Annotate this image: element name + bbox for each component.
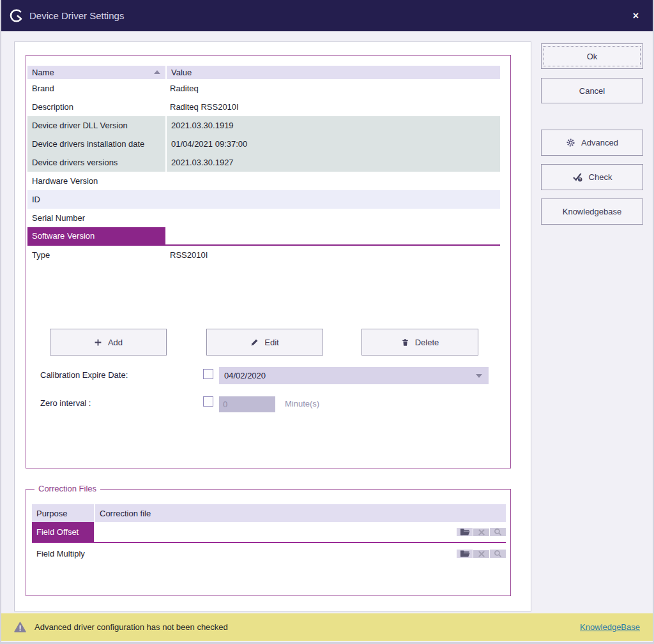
property-name: Software Version [27, 227, 165, 244]
add-button[interactable]: Add [50, 329, 167, 356]
knowledgebase-button-label: Knowledgebase [563, 207, 622, 216]
status-bar: Advanced driver configuration has not be… [1, 613, 653, 641]
correction-purpose: Field Multiply [32, 543, 94, 564]
property-value: Raditeq [165, 79, 500, 98]
view-file-button[interactable] [490, 550, 506, 558]
calibration-expire-label: Calibration Expire Date: [40, 370, 128, 380]
table-row[interactable]: Device drivers installation date 01/04/2… [27, 135, 500, 153]
table-row[interactable]: Serial Number [27, 209, 500, 227]
column-header-value[interactable]: Value [165, 66, 500, 79]
correction-row-actions [457, 543, 506, 564]
correction-table-header: Purpose Correction file [32, 504, 506, 522]
magnifier-icon [494, 550, 502, 558]
status-message: Advanced driver configuration has not be… [34, 622, 228, 632]
table-row-selected[interactable]: Software Version [27, 227, 500, 246]
check-button[interactable]: ? Check [541, 164, 643, 190]
clear-file-button[interactable] [473, 528, 489, 536]
table-row[interactable]: Type RSS2010I [27, 246, 500, 264]
browse-file-button[interactable] [457, 528, 473, 536]
edit-button-label: Edit [264, 338, 278, 347]
property-name: Device driver DLL Version [27, 116, 167, 135]
pencil-icon [250, 338, 259, 347]
zero-interval-input[interactable]: 0 [219, 396, 275, 412]
browse-file-button[interactable] [457, 550, 473, 558]
edit-button[interactable]: Edit [206, 329, 323, 356]
check-button-label: Check [589, 172, 612, 182]
column-header-purpose: Purpose [32, 504, 94, 522]
magnifier-icon [494, 528, 502, 536]
column-header-value-label: Value [171, 68, 192, 77]
knowledgebase-button[interactable]: Knowledgebase [541, 198, 643, 225]
plus-icon [94, 338, 102, 347]
calibration-date-dropdown[interactable]: 04/02/2020 [219, 367, 489, 384]
property-value [165, 190, 500, 209]
cancel-button-label: Cancel [579, 86, 605, 96]
table-row[interactable]: Brand Raditeq [27, 79, 500, 98]
window-title: Device Driver Settings [29, 10, 124, 21]
properties-table: Name Value Brand Raditeq Description Rad… [27, 66, 500, 264]
property-value: 2021.03.30.1919 [167, 116, 500, 135]
zero-interval-checkbox[interactable] [203, 396, 213, 407]
zero-interval-value: 0 [223, 400, 227, 409]
gear-icon [566, 138, 575, 147]
cancel-button[interactable]: Cancel [541, 78, 643, 103]
zero-interval-label: Zero interval : [40, 398, 91, 408]
x-icon [478, 528, 485, 536]
property-name: Brand [27, 79, 165, 98]
correction-row-actions [457, 522, 506, 542]
property-name: Type [27, 246, 165, 264]
table-row[interactable]: Hardware Version [27, 172, 500, 190]
property-name: Hardware Version [27, 172, 165, 190]
calibration-date-value: 04/02/2020 [224, 371, 266, 380]
property-value: 01/04/2021 09:37:00 [167, 135, 500, 153]
ok-button-label: Ok [587, 52, 598, 61]
property-name: Description [27, 98, 165, 116]
correction-file-value[interactable] [94, 543, 457, 564]
table-row[interactable]: ID [27, 190, 500, 209]
folder-open-icon [460, 528, 470, 536]
correction-row-selected[interactable]: Field Offset [32, 522, 506, 543]
delete-button-label: Delete [415, 338, 439, 347]
knowledgebase-link[interactable]: KnowledgeBase [580, 622, 640, 632]
correction-files-table: Purpose Correction file Field Offset [32, 504, 506, 564]
svg-text:?: ? [579, 177, 581, 181]
close-icon[interactable]: × [627, 9, 645, 23]
property-name: Serial Number [27, 209, 165, 227]
table-row[interactable]: Device driver DLL Version 2021.03.30.191… [27, 116, 500, 135]
correction-file-value[interactable] [94, 522, 457, 542]
correction-row[interactable]: Field Multiply [32, 543, 506, 564]
table-row[interactable]: Description Raditeq RSS2010I [27, 98, 500, 116]
properties-box: Name Value Brand Raditeq Description Rad… [26, 55, 511, 468]
calibration-expire-checkbox[interactable] [203, 369, 213, 379]
column-header-name[interactable]: Name [27, 66, 165, 79]
x-icon [478, 550, 485, 558]
add-button-label: Add [108, 338, 123, 347]
property-value [165, 209, 500, 227]
properties-table-header[interactable]: Name Value [27, 66, 500, 79]
table-row[interactable]: Device drivers versions 2021.03.30.1927 [27, 153, 500, 172]
warning-icon [14, 622, 26, 633]
column-header-name-label: Name [32, 68, 54, 77]
advanced-button[interactable]: Advanced [541, 130, 643, 156]
correction-files-group: Correction Files Purpose Correction file… [26, 489, 511, 596]
property-value: RSS2010I [165, 246, 500, 264]
property-name: Device drivers installation date [27, 135, 167, 153]
ok-button[interactable]: Ok [541, 43, 643, 69]
title-bar: Device Driver Settings × [1, 0, 653, 31]
trash-icon [401, 338, 409, 347]
device-driver-settings-dialog: Device Driver Settings × Name Value Bran… [0, 0, 654, 644]
property-value [165, 227, 500, 244]
delete-button[interactable]: Delete [361, 329, 478, 356]
view-file-button[interactable] [490, 528, 506, 536]
sort-ascending-icon [154, 70, 160, 74]
zero-interval-unit: Minute(s) [285, 399, 319, 408]
clear-file-button[interactable] [473, 550, 489, 558]
correction-purpose: Field Offset [32, 522, 94, 542]
chevron-down-icon [476, 374, 482, 378]
property-name: Device drivers versions [27, 153, 167, 172]
correction-files-legend: Correction Files [34, 484, 100, 493]
check-question-icon: ? [572, 172, 583, 182]
advanced-button-label: Advanced [581, 138, 618, 147]
property-value [165, 172, 500, 190]
app-logo-icon [9, 8, 24, 23]
